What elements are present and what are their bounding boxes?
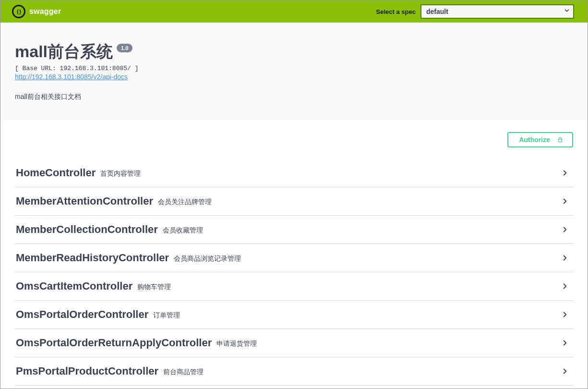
tag-description: 首页内容管理	[100, 170, 141, 178]
tag-row[interactable]: OmsPortalOrderReturnApplyController申请退货管…	[15, 329, 573, 357]
chevron-right-icon	[561, 197, 569, 206]
chevron-right-icon	[561, 310, 569, 319]
tag-description: 会员商品浏览记录管理	[174, 255, 241, 263]
tag-description: 会员收藏管理	[163, 226, 203, 235]
info-section: mall前台系统 1.0 [ Base URL: 192.168.3.101:8…	[0, 23, 588, 121]
chevron-right-icon	[561, 339, 569, 347]
spec-select[interactable]: default	[420, 4, 574, 19]
chevron-right-icon	[561, 254, 569, 262]
brand: { } swagger	[12, 5, 61, 18]
main-section: Authorize HomeController首页内容管理MemberAtte…	[0, 121, 588, 389]
tag-row[interactable]: MemberCollectionController会员收藏管理	[15, 216, 573, 244]
api-description: mall前台相关接口文档	[15, 93, 573, 101]
brand-label: swagger	[29, 7, 61, 16]
page-title: mall前台系统	[15, 41, 113, 63]
chevron-right-icon	[561, 169, 569, 177]
tag-description: 购物车管理	[137, 283, 171, 292]
tag-description: 订单管理	[153, 311, 180, 320]
tag-name: OmsCartItemController	[16, 280, 132, 292]
authorize-label: Authorize	[519, 136, 550, 144]
spec-label: Select a spec	[376, 8, 416, 15]
lock-icon	[557, 136, 564, 143]
tag-name: OmsPortalOrderController	[16, 308, 148, 321]
version-badge: 1.0	[117, 44, 132, 52]
spec-selector: Select a spec default	[376, 4, 574, 19]
tag-row[interactable]: OmsPortalOrderController订单管理	[15, 301, 573, 329]
topbar: { } swagger Select a spec default	[0, 0, 588, 23]
chevron-right-icon	[561, 225, 569, 234]
authorize-button[interactable]: Authorize	[507, 132, 573, 147]
tag-name: PmsPortalProductController	[16, 365, 158, 377]
tag-name: MemberReadHistoryController	[16, 252, 169, 264]
tag-description: 申请退货管理	[216, 340, 257, 348]
tag-row[interactable]: HomeController首页内容管理	[15, 159, 573, 187]
tag-row[interactable]: MemberReadHistoryController会员商品浏览记录管理	[15, 244, 573, 272]
tag-description: 前台商品管理	[163, 368, 204, 377]
api-docs-link[interactable]: http://192.168.3.101:8085/v2/api-docs	[15, 73, 128, 81]
tag-name: MemberCollectionController	[16, 223, 158, 236]
chevron-right-icon	[561, 367, 569, 376]
tag-description: 会员关注品牌管理	[158, 198, 212, 207]
tag-row[interactable]: PmsPortalProductController前台商品管理	[15, 357, 573, 386]
chevron-right-icon	[561, 282, 569, 291]
tag-row[interactable]: OmsCartItemController购物车管理	[15, 272, 573, 301]
tag-row[interactable]: MemberAttentionController会员关注品牌管理	[15, 187, 573, 216]
tag-name: OmsPortalOrderReturnApplyController	[16, 337, 212, 349]
tag-name: HomeController	[16, 167, 96, 179]
tag-name: MemberAttentionController	[16, 195, 153, 207]
swagger-logo-icon: { }	[12, 5, 25, 18]
base-url: [ Base URL: 192.168.3.101:8085/ ]	[15, 65, 573, 72]
